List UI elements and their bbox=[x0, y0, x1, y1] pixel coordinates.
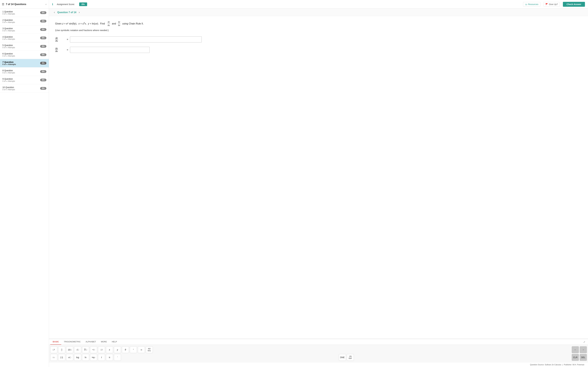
kb-theta-btn[interactable]: θ bbox=[122, 346, 129, 353]
kb-cbrt-btn[interactable]: ∛□ bbox=[82, 346, 89, 353]
sidebar-item-10[interactable]: 10 Question 0 of ∞ Attempts 0% bbox=[0, 84, 49, 93]
check-answer-button[interactable]: Check Answer bbox=[563, 2, 585, 7]
sidebar-item-text-1: 1 Question 0 of ∞ Attempts bbox=[2, 10, 40, 15]
sidebar-item-5[interactable]: 5 Question 0 of ∞ Attempts 0% bbox=[0, 42, 49, 51]
kb-nosol-btn[interactable]: NOSOL bbox=[146, 346, 153, 353]
sidebar-item-1[interactable]: 1 Question 0 of ∞ Attempts 0% bbox=[0, 8, 49, 17]
content-footer: Question Source: Sullivan 2e Calculus | … bbox=[49, 362, 588, 367]
kb-right-arrow-btn[interactable]: → bbox=[580, 346, 587, 353]
sidebar-item-4[interactable]: 4 Question 0 of ∞ Attempts 0% bbox=[0, 34, 49, 42]
sidebar-item-9[interactable]: 9 Question 0 of ∞ Attempts 0% bbox=[0, 76, 49, 84]
expand-keyboard-button[interactable]: ⤢ bbox=[582, 340, 587, 344]
sidebar-item-subtitle-4: 0 of ∞ Attempts bbox=[2, 38, 40, 40]
question-nav: ‹ Question 7 of 14 › bbox=[49, 8, 588, 16]
kb-superscript-btn[interactable]: □² bbox=[50, 346, 57, 353]
sidebar-item-subtitle-8: 0 of ∞ Attempts bbox=[2, 72, 40, 74]
kb-sqrt-btn[interactable]: √□ bbox=[74, 346, 81, 353]
math-keyboard: BASIC TRIGONOMETRIC ALPHABET MORE HELP ⤢… bbox=[49, 339, 588, 362]
prev-question-button[interactable]: ‹ bbox=[53, 10, 56, 14]
sidebar-item-title-1: 1 Question bbox=[2, 10, 40, 13]
tab-help[interactable]: HELP bbox=[109, 339, 120, 345]
kb-e-power-btn[interactable]: e□ bbox=[66, 354, 73, 361]
sidebar-item-score-3: 0% bbox=[40, 28, 46, 31]
sidebar-item-score-6: 0% bbox=[40, 53, 46, 56]
questions-count: 7 of 14 Questions bbox=[6, 3, 45, 6]
sidebar-item-text-4: 4 Question 0 of ∞ Attempts bbox=[2, 36, 40, 40]
kb-y-btn[interactable]: y bbox=[114, 346, 121, 353]
kb-t-btn[interactable]: t bbox=[98, 354, 105, 361]
give-up-button[interactable]: 🚩 Give Up? bbox=[544, 2, 560, 7]
kb-factorial-btn[interactable]: □! bbox=[98, 346, 105, 353]
hamburger-icon[interactable]: ☰ bbox=[2, 3, 4, 6]
next-question-button[interactable]: › bbox=[78, 10, 81, 14]
answer-input-2[interactable] bbox=[70, 47, 150, 53]
kb-ln-btn[interactable]: ln bbox=[82, 354, 89, 361]
flag-icon: 🚩 bbox=[545, 3, 548, 6]
info-icon: ℹ bbox=[52, 3, 53, 6]
sidebar-item-title-9: 9 Question bbox=[2, 78, 40, 80]
sidebar-item-2[interactable]: 2 Question 0 of ∞ Attempts 0% bbox=[0, 17, 49, 25]
kb-subscript-btn[interactable]: □□ bbox=[50, 354, 57, 361]
sidebar-item-score-10: 0% bbox=[40, 87, 46, 90]
sidebar-item-subtitle-3: 0 of ∞ Attempts bbox=[2, 30, 40, 32]
publisher: Publisher: W.H. Freeman bbox=[564, 364, 584, 366]
kb-nthroot-btn[interactable]: ⁿ√□ bbox=[90, 346, 97, 353]
sidebar-item-title-3: 3 Question bbox=[2, 27, 40, 30]
sidebar-item-3[interactable]: 3 Question 0 of ∞ Attempts 0% bbox=[0, 25, 49, 34]
collapse-sidebar-button[interactable]: ‹ bbox=[45, 2, 47, 6]
sidebar-item-6[interactable]: 6 Question 0 of ∞ Attempts 0% bbox=[0, 51, 49, 59]
kb-logn-btn[interactable]: log□ bbox=[90, 354, 97, 361]
tab-more[interactable]: MORE bbox=[98, 339, 109, 345]
kb-degree-btn[interactable]: ° bbox=[130, 346, 137, 353]
sidebar-item-score-4: 0% bbox=[40, 37, 46, 39]
answer-label-2: ∂z ∂v bbox=[55, 47, 64, 52]
sidebar-item-8[interactable]: 8 Question 0 of ∞ Attempts 0% bbox=[0, 67, 49, 76]
sidebar-item-subtitle-10: 0 of ∞ Attempts bbox=[2, 89, 40, 91]
tab-alphabet[interactable]: ALPHABET bbox=[83, 339, 98, 345]
tab-basic[interactable]: BASIC bbox=[50, 339, 61, 345]
sidebar-item-text-6: 6 Question 0 of ∞ Attempts bbox=[2, 52, 40, 57]
kb-abs-btn[interactable]: |□| bbox=[58, 354, 65, 361]
sidebar-item-score-2: 0% bbox=[40, 20, 46, 23]
sidebar-item-title-2: 2 Question bbox=[2, 19, 40, 21]
kb-clr-btn[interactable]: CLR bbox=[572, 354, 579, 361]
answer-input-1[interactable] bbox=[70, 36, 202, 42]
sidebar-item-subtitle-6: 0 of ∞ Attempts bbox=[2, 55, 40, 57]
kb-x-btn[interactable]: x bbox=[106, 346, 113, 353]
kb-infinity-btn[interactable]: ∞ bbox=[138, 346, 145, 353]
kb-prime-btn[interactable]: ' bbox=[114, 354, 121, 361]
kb-del-btn[interactable]: DEL bbox=[580, 354, 587, 361]
sidebar-item-subtitle-9: 0 of ∞ Attempts bbox=[2, 80, 40, 82]
keyboard-tabs: BASIC TRIGONOMETRIC ALPHABET MORE HELP ⤢ bbox=[49, 339, 588, 345]
kb-dne-btn[interactable]: DNE bbox=[339, 354, 346, 361]
tab-trigonometric[interactable]: TRIGONOMETRIC bbox=[61, 339, 83, 345]
question-label: Question 7 of 14 bbox=[57, 11, 76, 14]
kb-fraction-btn[interactable]: □ □ bbox=[58, 346, 65, 353]
top-header: ☰ 7 of 14 Questions ‹ ℹ Assignment Score… bbox=[0, 0, 588, 8]
sidebar-item-text-8: 8 Question 0 of ∞ Attempts bbox=[2, 69, 40, 74]
kb-power10-btn[interactable]: 10□ bbox=[66, 346, 73, 353]
sidebar-item-score-9: 0% bbox=[40, 79, 46, 81]
sidebar-header-section: ☰ 7 of 14 Questions ‹ bbox=[0, 0, 49, 8]
question-text: Given z = ex sin(9y), x = u9v, y = ln(uv… bbox=[55, 20, 582, 27]
kb-undef-btn[interactable]: UNDEF bbox=[347, 354, 354, 361]
folder-icon: 🗂 bbox=[525, 3, 527, 6]
answer-label-1: ∂z ∂u bbox=[55, 37, 64, 42]
sidebar-item-title-7: 7 Question bbox=[2, 61, 40, 63]
kb-left-arrow-btn[interactable]: ← bbox=[572, 346, 579, 353]
question-content: Given z = ex sin(9y), x = u9v, y = ln(uv… bbox=[49, 16, 588, 339]
question-note: (Use symbolic notation and fractions whe… bbox=[55, 29, 582, 32]
keyboard-row-1: □² □ □ 10□ √□ ∛□ ⁿ√□ □! x y θ ° bbox=[50, 346, 587, 353]
question-source: Question Source: Sullivan 2e Calculus bbox=[530, 364, 561, 366]
sidebar: 1 Question 0 of ∞ Attempts 0% 2 Question… bbox=[0, 8, 49, 367]
sidebar-item-7[interactable]: 7 Question 0 of ∞ Attempts 0% bbox=[0, 59, 49, 67]
resources-button[interactable]: 🗂 Resources bbox=[523, 2, 540, 7]
kb-pi-btn[interactable]: π bbox=[106, 354, 113, 361]
kb-log-btn[interactable]: log bbox=[74, 354, 81, 361]
sidebar-item-text-7: 7 Question 0 of ∞ Attempts bbox=[2, 61, 40, 66]
sidebar-item-text-9: 9 Question 0 of ∞ Attempts bbox=[2, 78, 40, 82]
sidebar-item-text-3: 3 Question 0 of ∞ Attempts bbox=[2, 27, 40, 32]
sidebar-item-title-6: 6 Question bbox=[2, 52, 40, 55]
sidebar-item-title-4: 4 Question bbox=[2, 36, 40, 38]
score-badge: 0% bbox=[79, 2, 87, 6]
